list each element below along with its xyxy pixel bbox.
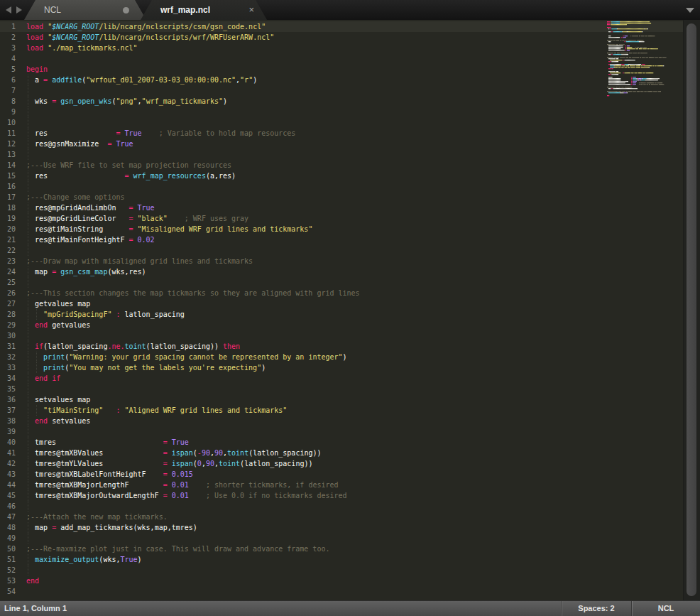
code-line[interactable]: ;---Attach the new map tickmarks. [26,512,360,522]
code-token: wks [26,97,52,105]
indent-guide [28,96,28,107]
code-token: 0.02 [138,236,155,244]
code-line[interactable]: ;---Change some options [26,192,360,202]
scrollbar-thumb[interactable] [687,23,696,596]
indent-guide [28,277,28,288]
code-token [26,353,43,361]
forward-arrow-icon[interactable] [16,6,22,13]
tab-wrf-map-ncl[interactable]: wrf_map.ncl × [141,0,267,20]
scrollbar-track[interactable] [683,20,700,600]
code-line[interactable] [26,426,360,437]
code-line[interactable]: tmres@tmXBMajorLengthF = 0.01 ; shorter … [26,480,360,490]
code-line[interactable] [26,53,360,64]
code-line[interactable]: print("Warning: your grid spacing cannot… [26,352,360,362]
indent-guide [28,149,28,160]
code-token: True [120,556,137,563]
code-token: res [26,172,124,180]
indent-guide [28,480,28,490]
close-tab-icon[interactable]: × [248,0,254,20]
indent-guide [28,352,28,362]
tab-bar: NCL wrf_map.ncl × [0,0,700,20]
code-line[interactable] [26,565,360,576]
code-line[interactable]: "tiMainString" : "Aligned WRF grid lines… [26,405,360,416]
indent-guide [28,213,28,224]
code-token: map [26,268,52,276]
code-line[interactable]: tmres@tmXBValues = ispan(-90,90,toint(la… [26,448,360,458]
code-token: ) [253,76,257,84]
code-line[interactable]: res@tiMainString = "Misaligned WRF grid … [26,224,360,234]
code-line[interactable]: end getvalues [26,320,360,330]
line-number: 42 [0,458,16,469]
code-line[interactable] [26,181,360,192]
code-token: ;---Draw map with misaligned grid lines … [26,257,253,265]
code-line[interactable]: wks = gsn_open_wks("png","wrf_map_tickma… [26,96,360,107]
code-line[interactable]: maximize_output(wks,True) [26,554,360,565]
code-line[interactable]: res@mpGridAndLimbOn = True [26,202,360,213]
indent-guide [28,362,28,373]
code-line[interactable]: load "$NCARG_ROOT/lib/ncarg/nclscripts/c… [26,21,360,32]
code-line[interactable]: ;---Re-maxmize plot just in case. This w… [26,544,360,554]
code-line[interactable]: load "./map_tickmarks.ncl" [26,43,360,53]
back-arrow-icon[interactable] [6,6,11,13]
code-line[interactable]: res@tiMainFontHeightF = 0.02 [26,234,360,245]
code-area[interactable]: load "$NCARG_ROOT/lib/ncarg/nclscripts/c… [26,21,360,597]
indent-guide [28,75,28,85]
indent-guide [28,522,28,533]
code-line[interactable]: end [26,576,360,586]
code-line[interactable]: tmres@tmXBLabelFontHeightF = 0.015 [26,469,360,480]
code-line[interactable]: res@gsnMaximize = True [26,139,360,149]
tab-ncl-label: NCL [44,0,61,20]
code-line[interactable]: print("You may not get the labels you're… [26,362,360,373]
indentation-menu[interactable]: Spaces: 2 [562,601,631,616]
tab-wrf-map-ncl-label: wrf_map.ncl [160,0,210,20]
cursor-position-label: Line 1, Column 1 [4,601,67,616]
code-token: ; shorter tickmarks, if desired [206,481,339,489]
code-line[interactable]: if(latlon_spacing.ne.toint(latlon_spacin… [26,341,360,352]
indent-guide [28,373,28,384]
code-line[interactable] [26,384,360,394]
code-line[interactable]: getvalues map [26,298,360,309]
code-line[interactable]: begin [26,64,360,75]
code-line[interactable]: ;---Use WRF file to set map projection r… [26,160,360,171]
indent-guide [28,320,28,330]
line-number: 46 [0,501,16,512]
tab-overflow-icon[interactable] [686,8,694,13]
code-line[interactable] [26,501,360,512]
code-line[interactable]: res = True ; Variable to hold map resour… [26,128,360,139]
line-number: 27 [0,298,16,309]
code-line[interactable] [26,533,360,544]
editor-pane[interactable]: 1234567891011121314151617181920212223242… [0,20,700,600]
indent-guide [28,490,28,501]
code-line[interactable]: tmres = True [26,437,360,448]
indent-guide [28,234,28,245]
code-line[interactable]: a = addfile("wrfout_d01_2007-03-03_00:00… [26,75,360,85]
code-line[interactable]: "mpGridSpacingF" : latlon_spacing [26,309,360,320]
code-line[interactable] [26,277,360,288]
code-line[interactable] [26,586,360,597]
indent-guide [28,202,28,213]
code-token: end [35,374,48,382]
code-line[interactable] [26,330,360,341]
code-line[interactable] [26,245,360,256]
code-line[interactable]: map = gsn_csm_map(wks,res) [26,266,360,277]
modified-dot-icon [123,7,129,13]
code-line[interactable]: res@mpGridLineColor = "black" ; WRF uses… [26,213,360,224]
code-line[interactable] [26,149,360,160]
code-token: wrf_map_resources [133,172,206,180]
code-line[interactable]: tmres@tmYLValues = ispan(0,90,toint(latl… [26,458,360,469]
code-line[interactable]: ;---Draw map with misaligned grid lines … [26,256,360,266]
minimap[interactable] [604,21,667,99]
code-line[interactable] [26,85,360,96]
code-line[interactable]: end if [26,373,360,384]
code-line[interactable]: res = wrf_map_resources(a,res) [26,171,360,181]
code-line[interactable] [26,117,360,128]
code-line[interactable] [26,107,360,117]
tab-ncl[interactable]: NCL [24,0,146,20]
syntax-menu[interactable]: NCL [632,601,700,616]
code-line[interactable]: load "$NCARG_ROOT/lib/ncarg/nclscripts/w… [26,32,360,43]
code-line[interactable]: end setvalues [26,416,360,426]
code-line[interactable]: tmres@tmXBMajorOutwardLengthF = 0.01 ; U… [26,490,360,501]
code-line[interactable]: setvalues map [26,394,360,405]
code-line[interactable]: ;---This section changes the map tickmar… [26,288,360,298]
code-line[interactable]: map = add_map_tickmarks(wks,map,tmres) [26,522,360,533]
